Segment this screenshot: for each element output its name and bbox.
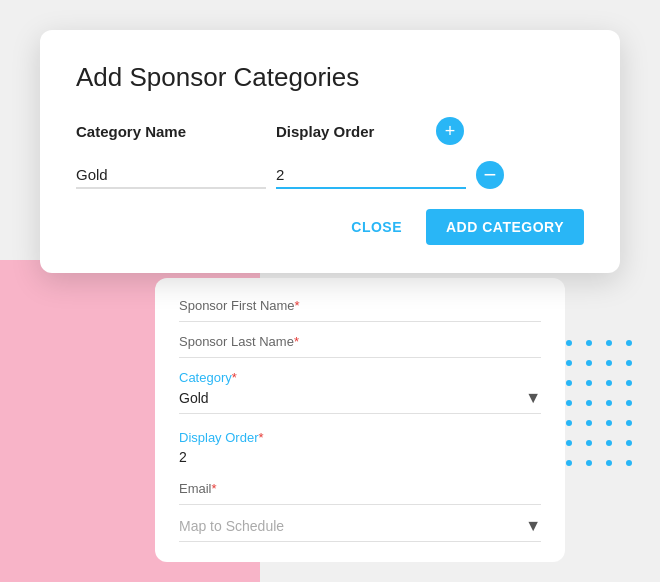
required-star-2: * bbox=[294, 334, 299, 349]
category-select[interactable]: Gold ▼ bbox=[179, 389, 541, 414]
plus-icon: + bbox=[445, 122, 456, 140]
category-field: Category* Gold ▼ bbox=[179, 370, 541, 414]
display-order-label: Display Order* bbox=[179, 430, 541, 445]
category-name-input[interactable] bbox=[76, 162, 266, 189]
category-required: * bbox=[232, 370, 237, 385]
sponsor-first-name-label: Sponsor First Name* bbox=[179, 298, 541, 322]
display-order-required: * bbox=[258, 430, 263, 445]
display-order-value: 2 bbox=[179, 449, 541, 465]
minus-icon: − bbox=[484, 164, 497, 186]
map-to-schedule-label: Map to Schedule bbox=[179, 518, 284, 534]
modal-title: Add Sponsor Categories bbox=[76, 62, 584, 93]
table-header: Category Name Display Order + bbox=[76, 117, 584, 145]
background-form-card: Sponsor First Name* Sponsor Last Name* C… bbox=[155, 278, 565, 562]
map-chevron-down-icon: ▼ bbox=[525, 517, 541, 535]
email-label: Email* bbox=[179, 481, 541, 505]
add-sponsor-modal: Add Sponsor Categories Category Name Dis… bbox=[40, 30, 620, 273]
required-star: * bbox=[295, 298, 300, 313]
table-row: − bbox=[76, 161, 584, 189]
close-button[interactable]: CLOSE bbox=[335, 209, 418, 245]
email-required: * bbox=[212, 481, 217, 496]
category-value: Gold bbox=[179, 390, 209, 406]
category-name-column-header: Category Name bbox=[76, 123, 276, 140]
display-order-input[interactable] bbox=[276, 162, 466, 189]
display-order-column-header: Display Order bbox=[276, 123, 436, 140]
category-label: Category* bbox=[179, 370, 541, 385]
map-to-schedule-row[interactable]: Map to Schedule ▼ bbox=[179, 517, 541, 542]
add-category-button[interactable]: ADD CATEGORY bbox=[426, 209, 584, 245]
sponsor-last-name-label: Sponsor Last Name* bbox=[179, 334, 541, 358]
chevron-down-icon: ▼ bbox=[525, 389, 541, 407]
modal-actions: CLOSE ADD CATEGORY bbox=[76, 209, 584, 245]
display-order-field: Display Order* 2 bbox=[179, 430, 541, 465]
add-row-button[interactable]: + bbox=[436, 117, 464, 145]
remove-row-button[interactable]: − bbox=[476, 161, 504, 189]
